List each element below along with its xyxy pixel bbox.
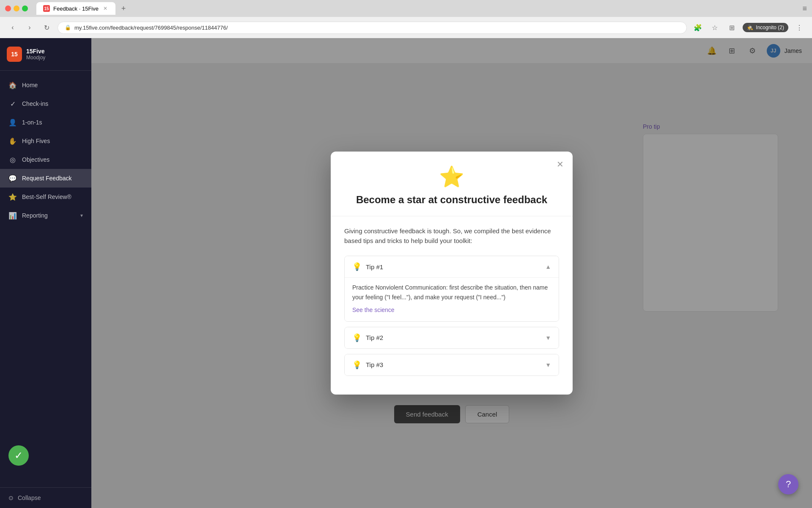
tip-2-icon: 💡 [352, 333, 362, 342]
help-button[interactable]: ? [778, 474, 798, 494]
tip-1-header[interactable]: 💡 Tip #1 ▲ [345, 256, 559, 277]
sidebar-nav: 🏠 Home ✓ Check-ins 👤 1-on-1s ✋ High Five… [0, 71, 91, 487]
tip-1-link[interactable]: See the science [352, 306, 395, 313]
browser-actions: 🧩 ☆ ⊞ 🕵 Incognito (2) ⋮ [692, 22, 805, 33]
modal-body: Giving constructive feedback is tough. S… [331, 216, 573, 395]
tip-1-content: Practice Nonviolent Communication: first… [345, 277, 559, 321]
tip-1-item: 💡 Tip #1 ▲ Practice Nonviolent Communica… [344, 256, 559, 322]
requestfeedback-icon: 💬 [8, 174, 17, 182]
sidebar-item-objectives-label: Objectives [22, 156, 49, 163]
home-icon: 🏠 [8, 81, 17, 89]
extensions-button[interactable]: 🧩 [692, 22, 704, 33]
back-button[interactable]: ‹ [7, 22, 19, 33]
tip-2-item: 💡 Tip #2 ▼ [344, 327, 559, 349]
collapse-button[interactable]: ⊙ Collapse [8, 494, 83, 501]
browser-chrome: 15 Feedback · 15Five ✕ + ≡ ‹ › ↻ 🔒 my.15… [0, 0, 812, 38]
tip-2-chevron: ▼ [545, 334, 551, 341]
lock-icon: 🔒 [65, 25, 71, 30]
tip-3-header-left: 💡 Tip #3 [352, 360, 383, 370]
sidebar: 15 15Five Moodjoy 🏠 Home ✓ Check-ins 👤 1… [0, 38, 91, 508]
sidebar-logo: 15 15Five Moodjoy [0, 38, 91, 71]
address-bar[interactable]: 🔒 my.15five.com/feedback/request/7699845… [58, 22, 687, 34]
browser-toolbar: ‹ › ↻ 🔒 my.15five.com/feedback/request/7… [0, 17, 812, 38]
sidebar-item-highfives[interactable]: ✋ High Fives [0, 132, 91, 150]
sidebar-item-highfives-label: High Fives [22, 138, 50, 144]
reporting-chevron: ▾ [80, 213, 83, 218]
tip-1-icon: 💡 [352, 262, 362, 271]
maximize-window-button[interactable] [22, 6, 28, 11]
tip-3-label: Tip #3 [366, 361, 383, 368]
tip-1-header-left: 💡 Tip #1 [352, 262, 383, 271]
reporting-icon: 📊 [8, 211, 17, 220]
tip-1-chevron: ▲ [545, 263, 551, 270]
collapse-icon: ⊙ [8, 494, 14, 501]
forward-button[interactable]: › [24, 22, 36, 33]
browser-titlebar: 15 Feedback · 15Five ✕ + ≡ [0, 0, 812, 17]
app-name: 15Five [26, 48, 45, 55]
objectives-icon: ◎ [8, 155, 17, 164]
sidebar-item-reporting[interactable]: 📊 Reporting ▾ [0, 206, 91, 225]
tab-close-button[interactable]: ✕ [102, 5, 109, 12]
sidebar-item-1on1s[interactable]: 👤 1-on-1s [0, 113, 91, 132]
tip-2-header[interactable]: 💡 Tip #2 ▼ [345, 327, 559, 348]
tab-overview-button[interactable]: ⊞ [726, 22, 738, 33]
modal-star-emoji: ⭐ [348, 165, 556, 189]
sidebar-logo-text: 15Five Moodjoy [26, 48, 45, 61]
sidebar-item-checkins-label: Check-ins [22, 100, 48, 107]
active-tab[interactable]: 15 Feedback · 15Five ✕ [36, 2, 115, 15]
incognito-icon: 🕵 [747, 25, 753, 30]
traffic-lights [5, 6, 28, 11]
check-badge: ✓ [8, 445, 29, 466]
modal-close-button[interactable]: ✕ [554, 158, 566, 170]
tip-1-text: Practice Nonviolent Communication: first… [352, 283, 551, 302]
bestself-icon: ⭐ [8, 193, 17, 201]
highfives-icon: ✋ [8, 137, 17, 145]
app-layout: 15 15Five Moodjoy 🏠 Home ✓ Check-ins 👤 1… [0, 38, 812, 508]
modal-title: Become a star at constructive feedback [348, 194, 556, 206]
sidebar-item-reporting-label: Reporting [22, 212, 48, 219]
sidebar-item-home[interactable]: 🏠 Home [0, 76, 91, 94]
tip-2-label: Tip #2 [366, 334, 383, 341]
refresh-button[interactable]: ↻ [41, 22, 52, 33]
modal-header: ⭐ Become a star at constructive feedback [331, 152, 573, 216]
tab-favicon: 15 [43, 5, 50, 12]
tip-3-icon: 💡 [352, 360, 362, 370]
sidebar-item-bestself-label: Best-Self Review® [22, 193, 71, 200]
collapse-label: Collapse [18, 494, 41, 501]
main-content: 🔔 ⊞ ⚙ JJ James Pro tip 🔒 Your response w… [91, 38, 812, 508]
tip-3-header[interactable]: 💡 Tip #3 ▼ [345, 354, 559, 375]
checkins-icon: ✓ [8, 99, 17, 108]
app-logo-icon: 15 [7, 47, 22, 62]
sidebar-item-objectives[interactable]: ◎ Objectives [0, 150, 91, 169]
tip-3-item: 💡 Tip #3 ▼ [344, 354, 559, 376]
sidebar-item-requestfeedback-label: Request Feedback [22, 175, 72, 182]
1on1s-icon: 👤 [8, 118, 17, 127]
modal-dialog: ✕ ⭐ Become a star at constructive feedba… [331, 152, 573, 395]
tab-bar: 15 Feedback · 15Five ✕ + [36, 2, 130, 15]
bookmark-button[interactable]: ☆ [709, 22, 721, 33]
sidebar-item-1on1s-label: 1-on-1s [22, 119, 42, 126]
sidebar-footer: ⊙ Collapse [0, 487, 91, 508]
url-text: my.15five.com/feedback/request/7699845/r… [74, 25, 228, 31]
new-tab-button[interactable]: + [117, 2, 130, 15]
more-button[interactable]: ≡ [802, 4, 807, 13]
minimize-window-button[interactable] [14, 6, 19, 11]
modal-subtitle: Giving constructive feedback is tough. S… [344, 226, 559, 246]
sidebar-item-home-label: Home [22, 82, 38, 88]
tip-2-header-left: 💡 Tip #2 [352, 333, 383, 342]
browser-menu-button[interactable]: ⋮ [793, 22, 805, 33]
tip-3-chevron: ▼ [545, 362, 551, 368]
incognito-badge: 🕵 Incognito (2) [743, 23, 788, 32]
tip-1-label: Tip #1 [366, 263, 383, 271]
incognito-label: Incognito (2) [756, 25, 784, 30]
sidebar-item-checkins[interactable]: ✓ Check-ins [0, 94, 91, 113]
sidebar-item-bestself[interactable]: ⭐ Best-Self Review® [0, 188, 91, 206]
sidebar-item-requestfeedback[interactable]: 💬 Request Feedback [0, 169, 91, 188]
modal-overlay[interactable]: ✕ ⭐ Become a star at constructive feedba… [91, 38, 812, 508]
app-subtitle: Moodjoy [26, 55, 45, 61]
tab-title: Feedback · 15Five [53, 6, 99, 12]
close-window-button[interactable] [5, 6, 11, 11]
